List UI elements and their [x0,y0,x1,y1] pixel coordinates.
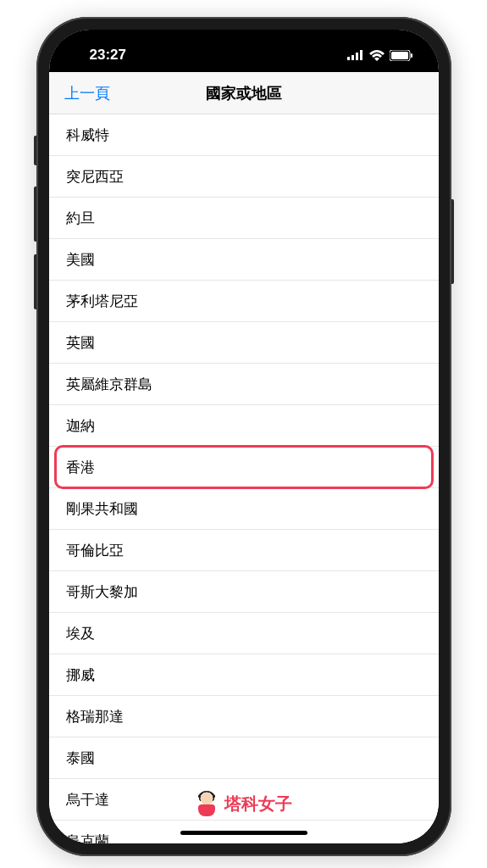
list-item[interactable]: 哥倫比亞 [49,530,439,571]
list-item[interactable]: 泰國 [49,737,439,779]
country-label: 哥倫比亞 [66,541,124,560]
country-label: 泰國 [66,748,95,768]
country-label: 美國 [66,250,95,270]
svg-rect-2 [356,53,358,60]
back-button[interactable]: 上一頁 [64,83,110,103]
screen: 23:27 上一頁 國家或地區 [49,30,439,843]
svg-rect-3 [360,50,362,60]
country-label: 烏克蘭 [66,832,109,844]
navigation-bar: 上一頁 國家或地區 [49,72,439,114]
wifi-icon [369,50,385,61]
country-label: 哥斯大黎加 [66,582,138,602]
volume-up-button [34,186,36,242]
country-label: 剛果共和國 [66,499,138,519]
country-label: 茅利塔尼亞 [66,292,138,311]
list-item[interactable]: 迦納 [49,405,439,447]
phone-frame: 23:27 上一頁 國家或地區 [36,17,451,856]
mute-switch [34,136,36,165]
list-item[interactable]: 英屬維京群島 [49,364,439,405]
country-label: 香港 [66,458,95,477]
country-label: 英國 [66,333,95,353]
list-item[interactable]: 哥斯大黎加 [49,571,439,613]
notch [159,30,329,55]
list-item[interactable]: 香港 [49,447,439,488]
watermark-avatar-icon [196,791,218,816]
list-item[interactable]: 突尼西亞 [49,156,439,198]
country-list[interactable]: 科威特突尼西亞約旦美國茅利塔尼亞英國英屬維京群島迦納香港剛果共和國哥倫比亞哥斯大… [49,114,439,843]
list-item[interactable]: 英國 [49,322,439,364]
list-item[interactable]: 約旦 [49,198,439,239]
list-item[interactable]: 茅利塔尼亞 [49,281,439,322]
phone-inner: 23:27 上一頁 國家或地區 [49,30,439,843]
list-item[interactable]: 挪威 [49,654,439,696]
home-indicator[interactable] [180,831,307,835]
country-label: 突尼西亞 [66,167,124,186]
power-button [451,199,454,284]
country-label: 科威特 [66,125,109,145]
volume-down-button [34,254,36,309]
battery-icon [390,50,413,61]
country-label: 挪威 [66,665,95,685]
cellular-signal-icon [347,50,364,60]
svg-rect-5 [391,52,408,59]
list-item[interactable]: 科威特 [49,114,439,156]
page-title: 國家或地區 [206,83,282,103]
highlight-box [54,445,434,489]
country-label: 埃及 [66,624,95,643]
list-item[interactable]: 剛果共和國 [49,488,439,530]
country-label: 迦納 [66,416,95,436]
list-item[interactable]: 格瑞那達 [49,696,439,737]
svg-rect-6 [411,53,412,58]
status-icons [347,50,413,61]
country-label: 烏干達 [66,790,109,810]
country-label: 約旦 [66,209,95,228]
country-label: 英屬維京群島 [66,375,152,394]
svg-rect-1 [351,55,354,60]
svg-rect-0 [347,57,350,60]
watermark: 塔科女子 [196,791,292,816]
status-time: 23:27 [90,47,126,64]
watermark-text: 塔科女子 [224,793,292,815]
list-item[interactable]: 美國 [49,239,439,281]
country-label: 格瑞那達 [66,707,124,726]
list-item[interactable]: 埃及 [49,613,439,654]
